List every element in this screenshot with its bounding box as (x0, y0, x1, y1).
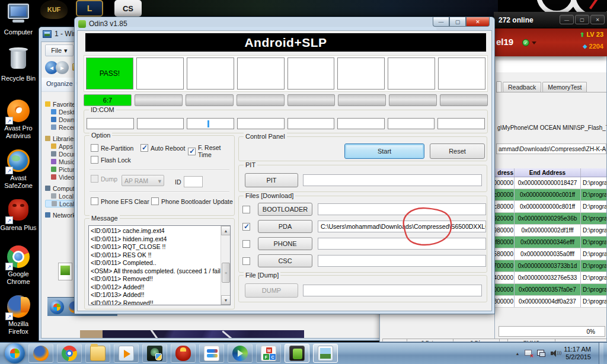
scroll-thumb[interactable]: ≡ (222, 263, 230, 283)
show-desktop-button[interactable] (599, 343, 603, 364)
csc-checkbox[interactable] (242, 257, 250, 265)
pda-checkbox[interactable] (242, 223, 250, 231)
table-row[interactable]: c8000000x000000004df0a237D:\programin (493, 296, 607, 308)
pda-button[interactable]: PDA (258, 220, 312, 233)
col-start-address[interactable]: dress (493, 168, 515, 177)
table-row[interactable]: 44000000x000000003276e533D:\programin (493, 272, 607, 284)
scroll-up-icon[interactable]: ▲ (221, 226, 231, 235)
taskbar-explorer[interactable] (85, 344, 110, 363)
taskbar-garena[interactable] (171, 344, 196, 363)
sp-scatter-file-field[interactable]: ammad\Downloads\Compressed\ZH-K-ARES-WCD (496, 143, 606, 154)
dump-target-combo[interactable]: AP RAM▾ (122, 175, 164, 186)
scroll-down-icon[interactable]: ▼ (221, 295, 231, 305)
col-file[interactable] (581, 168, 607, 177)
taskbar-clock[interactable]: 11:17 AM 5/2/2015 (564, 346, 593, 361)
com-port-box (87, 118, 134, 129)
pda-field[interactable]: C:\Users\mohammad\Downloads\Compressed\S… (318, 221, 486, 232)
bootloader-button[interactable]: BOOTLOADER (258, 203, 312, 216)
garena-userbar: el19 ✓ ⬆LV 23 ◆2204 (494, 28, 607, 56)
start-button[interactable] (5, 343, 25, 363)
tab-memorytest[interactable]: MemoryTest (542, 82, 587, 92)
start-button[interactable]: Start (344, 143, 424, 159)
garena-icon (175, 346, 191, 361)
auto-reboot-checkbox[interactable]: Auto Reboot (140, 144, 185, 152)
taskbar-firefox[interactable] (28, 344, 53, 363)
restore-button[interactable]: ▢ (449, 17, 466, 27)
dump-checkbox[interactable]: Dump (91, 175, 117, 183)
table-row[interactable]: 37000000x0000000003733b1dD:\programin (493, 260, 607, 272)
taskbar-mhc[interactable]: MFC (256, 344, 281, 363)
taskbar-odin[interactable] (285, 344, 309, 363)
taskbar-chrome[interactable] (57, 344, 82, 363)
tab-fragment[interactable] (496, 81, 501, 92)
pit-field[interactable] (303, 174, 482, 186)
forward-button[interactable]: ► (56, 61, 69, 74)
id-field[interactable] (184, 176, 203, 187)
message-log[interactable]: <ID:0/011> cache.img.ext4 <ID:0/011> hid… (88, 225, 231, 305)
online-status-icon[interactable]: ✓ (522, 39, 529, 46)
table-row[interactable]: 29200000x000000000295e36bD:\programin (493, 213, 607, 225)
kuf-game-icon[interactable]: KUF (40, 0, 68, 19)
desktop-icon-avast-pro[interactable]: ↗ Avast Pro Antivirus (0, 100, 37, 140)
dump-field[interactable] (303, 285, 482, 296)
table-row[interactable]: 35800000x00000000035a0fffD:\programin (493, 248, 607, 260)
lol-game-icon[interactable]: L (76, 0, 103, 17)
phone-button[interactable]: PHONE (258, 237, 312, 250)
odin-titlebar[interactable]: Odin3 v1.85 (75, 17, 494, 30)
table-row[interactable]: 0c000000x0000000000c001ffD:\programin (493, 189, 607, 201)
table-row[interactable]: 29800000x0000000002df1fffD:\programin (493, 225, 607, 237)
repartition-checkbox[interactable]: Re-Partition (91, 144, 133, 152)
chrome-icon: ↗ (7, 245, 30, 269)
csc-button[interactable]: CSC (258, 254, 312, 267)
pit-button[interactable]: PIT (245, 173, 298, 187)
phone-efs-clear-checkbox[interactable]: Phone EFS Clear (91, 197, 149, 205)
phone-bootloader-update-checkbox[interactable]: Phone Bootloader Update (151, 197, 233, 205)
idcom-group: ID:COM (84, 110, 488, 133)
taskbar-media-player[interactable] (114, 344, 139, 363)
desktop-icon-computer[interactable]: Computer (0, 4, 37, 36)
garena-titlebar[interactable]: 272 online — ▢ ✕ (494, 12, 607, 28)
status-dropdown-icon[interactable] (532, 41, 536, 44)
cs-game-icon[interactable]: CS (114, 0, 142, 17)
reset-button[interactable]: Reset (430, 143, 485, 159)
taskbar-game[interactable] (142, 344, 167, 363)
taskbar-bluestacks[interactable] (199, 344, 224, 363)
scrollbar[interactable]: ▲ ≡ ▼ (221, 226, 230, 305)
table-row[interactable]: 00000000x0000000000018427D:\programin (493, 177, 607, 189)
close-button[interactable]: ✕ (590, 15, 605, 24)
dump-button[interactable]: DUMP (245, 283, 298, 298)
action-center-flag-icon[interactable] (525, 350, 532, 357)
network-icon[interactable] (537, 350, 545, 357)
desktop-icon-garena-plus[interactable]: ↗ Garena Plus (0, 199, 37, 232)
phone-field[interactable] (318, 238, 486, 250)
progress-bar (135, 94, 183, 106)
desktop-icon-label: Avast Pro Antivirus (0, 124, 37, 140)
f-reset-time-checkbox[interactable]: F. Reset Time (188, 144, 234, 158)
desktop-icon-google-chrome[interactable]: ↗ Google Chrome (0, 245, 37, 286)
minimize-button[interactable]: — (560, 15, 574, 24)
taskbar-idm[interactable] (228, 344, 253, 363)
desktop-icon-mozilla-firefox[interactable]: ↗ Mozilla Firefox (0, 295, 37, 336)
tab-readback[interactable]: Readback (503, 82, 541, 92)
col-end-address[interactable]: End Address (515, 168, 581, 177)
flash-lock-checkbox[interactable]: Flash Lock (91, 156, 131, 164)
file-menu-button[interactable]: File ▾ (45, 44, 74, 56)
phone-checkbox[interactable] (242, 240, 250, 248)
taskbar-photo-viewer[interactable] (313, 344, 338, 363)
maximize-button[interactable]: ▢ (575, 15, 589, 24)
bootloader-checkbox[interactable] (242, 206, 250, 213)
flash-file-icon[interactable] (58, 263, 72, 280)
minimize-button[interactable]: — (433, 17, 449, 27)
csc-field[interactable] (318, 255, 486, 267)
table-row[interactable]: 2f800000x000000000346efffD:\programin (493, 237, 607, 248)
table-row[interactable]: 0c800000x0000000000c801ffD:\programin (493, 201, 607, 213)
desktop-icon-recycle-bin[interactable]: Recycle Bin (0, 49, 37, 82)
file-dump-label: File [Dump] (244, 272, 280, 279)
bootloader-field[interactable] (318, 203, 486, 215)
close-button[interactable]: ✕ (466, 17, 490, 27)
speaker-icon[interactable]: ))) (551, 350, 558, 357)
table-row[interactable]: 50000000x00000000357fa0e7D:\programin (493, 284, 607, 296)
file-dump-group: File [Dump] DUMP (238, 275, 487, 302)
desktop-icon-avast-safezone[interactable]: ↗ Avast SafeZone (0, 149, 37, 190)
tray-chevron-icon[interactable]: ▲ (515, 352, 519, 356)
